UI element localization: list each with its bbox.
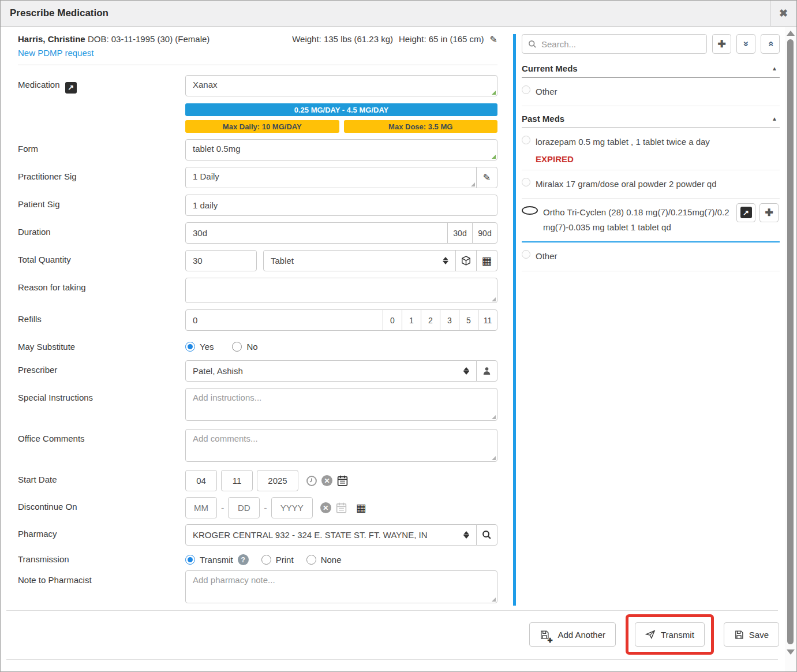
list-item[interactable]: lorazepam 0.5 mg tablet , 1 tablet twice… [522, 128, 780, 156]
scrollbar-thumb[interactable] [787, 39, 794, 644]
reason-input[interactable] [185, 278, 497, 303]
transmit-help-icon[interactable]: ? [238, 554, 249, 565]
form-input[interactable]: tablet 0.5mg [185, 139, 497, 160]
meds-sidebar: ✚ » » Current Meds ▲ Other Past Meds ▲ l… [513, 34, 780, 606]
collapse-all-button[interactable]: » [761, 34, 780, 54]
refills-quick-0-button[interactable]: 0 [383, 309, 402, 331]
refills-quick-11-button[interactable]: 11 [478, 309, 497, 331]
modal-titlebar: Prescribe Medication ✖ [1, 1, 796, 27]
divider [18, 65, 497, 65]
substitute-no-radio[interactable] [232, 342, 242, 352]
time-icon[interactable] [306, 475, 317, 487]
office-comments-input[interactable] [185, 429, 497, 462]
save-button[interactable]: Save [724, 622, 779, 647]
package-lookup-button[interactable] [455, 250, 477, 271]
print-radio[interactable] [261, 555, 271, 565]
list-item[interactable]: Miralax 17 gram/dose oral powder 2 powde… [522, 170, 780, 199]
max-daily-bar: Max Daily: 10 MG/DAY [185, 120, 339, 133]
print-radio-label: Print [276, 555, 294, 565]
none-radio-label: None [321, 555, 342, 565]
none-radio[interactable] [306, 555, 316, 565]
list-item[interactable]: Other [522, 242, 780, 271]
scroll-down-icon[interactable] [787, 649, 795, 655]
new-pdmp-request-link[interactable]: New PDMP request [18, 48, 209, 58]
edit-vitals-pencil-icon[interactable]: ✎ [490, 34, 497, 45]
discontinue-day-input[interactable] [228, 497, 260, 518]
duration-quick-30d-button[interactable]: 30d [447, 222, 473, 244]
close-icon[interactable]: ✖ [770, 1, 796, 27]
edit-sig-button[interactable]: ✎ [476, 167, 497, 188]
form-label: Form [18, 139, 185, 160]
refills-quick-5-button[interactable]: 5 [459, 309, 478, 331]
refills-quick-3-button[interactable]: 3 [440, 309, 459, 331]
med-radio-selected[interactable] [522, 206, 538, 215]
list-item-selected[interactable]: Ortho Tri-Cyclen (28) 0.18 mg(7)/0.215mg… [522, 199, 780, 243]
special-instructions-input[interactable] [185, 388, 497, 421]
patient-name: Harris, Christine [18, 34, 85, 44]
status-badge: EXPIRED [522, 154, 780, 170]
patient-dob: DOB: 03-11-1995 (30) (Female) [88, 34, 209, 44]
person-icon [482, 366, 492, 376]
medication-external-link-icon[interactable]: ↗ [65, 82, 77, 94]
add-another-button[interactable]: ✚ Add Another [529, 622, 616, 647]
duration-input[interactable] [185, 222, 448, 244]
patient-height: Height: 65 in (165 cm) [399, 34, 484, 44]
add-this-med-button[interactable]: ✚ [759, 203, 779, 222]
add-med-button[interactable]: ✚ [712, 34, 731, 54]
med-radio[interactable] [522, 250, 530, 259]
reason-label: Reason for taking [18, 278, 185, 303]
substitute-yes-radio[interactable] [185, 342, 195, 352]
calendar-icon[interactable] [336, 475, 349, 487]
scroll-up-icon[interactable] [787, 31, 795, 36]
total-quantity-input[interactable] [185, 250, 257, 271]
pharmacy-note-input[interactable] [185, 570, 497, 603]
start-year-input[interactable] [257, 470, 298, 491]
past-meds-section-header[interactable]: Past Meds ▲ [522, 111, 780, 128]
duration-calculator-icon[interactable]: ▦ [356, 502, 366, 513]
list-item[interactable]: Other [522, 78, 780, 106]
meds-search-field[interactable] [522, 34, 707, 54]
refills-input[interactable] [185, 309, 383, 331]
med-radio[interactable] [522, 178, 530, 186]
substitute-no-label: No [246, 342, 257, 352]
calendar-disabled-icon[interactable] [335, 502, 347, 514]
start-day-input[interactable] [221, 470, 253, 491]
prescriber-select[interactable]: Patel, Ashish [185, 360, 477, 382]
med-radio[interactable] [522, 136, 530, 144]
clear-start-date-icon[interactable]: ✕ [321, 475, 332, 486]
select-sort-icon [443, 257, 448, 264]
discontinue-on-label: Discontinue On [18, 497, 185, 518]
search-icon [482, 530, 492, 540]
transmit-radio[interactable] [185, 555, 195, 565]
discontinue-month-input[interactable] [185, 497, 217, 518]
start-month-input[interactable] [185, 470, 217, 491]
open-med-details-button[interactable]: ↗ [736, 203, 755, 222]
discontinue-year-input[interactable] [271, 497, 313, 518]
meds-search-input[interactable] [541, 39, 701, 49]
clear-discontinue-date-icon[interactable]: ✕ [320, 502, 331, 513]
refills-quick-1-button[interactable]: 1 [402, 309, 421, 331]
duration-label: Duration [18, 222, 185, 244]
quantity-unit-select[interactable]: Tablet [263, 250, 456, 271]
prescriber-info-button[interactable] [476, 360, 497, 382]
quantity-calculator-button[interactable]: ▦ [476, 250, 497, 271]
transmit-button[interactable]: Transmit [635, 622, 705, 647]
select-sort-icon [463, 367, 469, 375]
patient-sig-input[interactable] [185, 195, 497, 216]
duration-quick-90d-button[interactable]: 90d [472, 222, 497, 244]
med-radio[interactable] [522, 85, 530, 94]
expand-all-button[interactable]: » [736, 34, 755, 54]
substitute-yes-label: Yes [200, 342, 214, 352]
pharmacy-search-button[interactable] [476, 524, 497, 546]
practitioner-sig-input[interactable]: 1 Daily [185, 167, 477, 188]
refills-quick-2-button[interactable]: 2 [421, 309, 440, 331]
patient-header: Harris, Christine DOB: 03-11-1995 (30) (… [18, 34, 497, 58]
may-substitute-label: May Substitute [18, 337, 185, 352]
medication-input[interactable]: Xanax [185, 75, 497, 96]
pharmacy-select[interactable]: KROGER CENTRAL 932 - 324 E. STATE ST. FT… [185, 524, 477, 546]
practitioner-sig-label: Practitioner Sig [18, 167, 185, 188]
vertical-scrollbar[interactable] [785, 27, 796, 672]
current-meds-section-header[interactable]: Current Meds ▲ [522, 61, 780, 78]
special-instructions-label: Special Instructions [18, 388, 185, 421]
divider [6, 659, 778, 660]
